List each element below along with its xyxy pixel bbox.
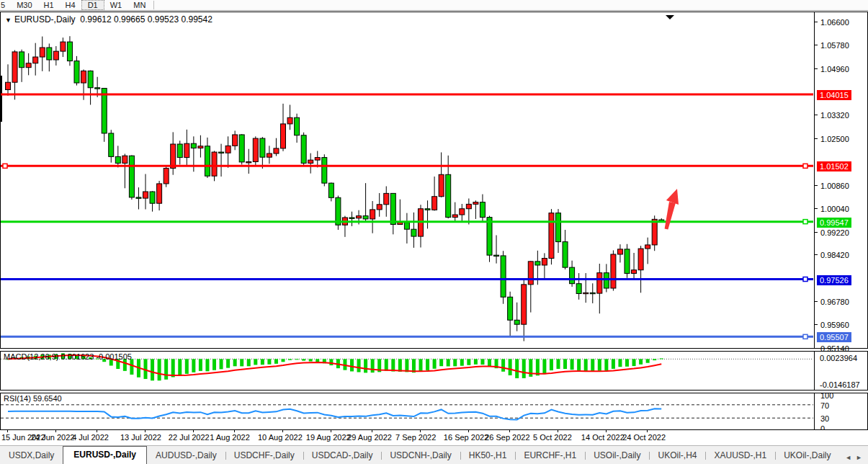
macd-histogram-bar: [233, 359, 237, 366]
macd-histogram-bar: [151, 359, 154, 380]
candle: [253, 136, 258, 166]
price-tick: 0.98420: [820, 251, 849, 259]
line-handle[interactable]: [803, 277, 807, 282]
symbol-tab-USDCHF-Daily[interactable]: USDCHF-,Daily: [225, 447, 303, 464]
macd-histogram-bar: [282, 359, 285, 362]
macd-histogram-bar: [247, 359, 251, 366]
candle: [590, 283, 595, 303]
candle: [480, 195, 485, 222]
chart-symbol: EURUSD-,Daily: [14, 14, 76, 24]
symbol-tab-EURCHF-H1[interactable]: EURCHF-,H1: [515, 447, 585, 464]
macd-histogram-bar: [453, 359, 457, 366]
symbol-tab-USDCNH-Daily[interactable]: USDCNH-,Daily: [381, 447, 460, 464]
candle: [239, 134, 244, 164]
line-handle[interactable]: [803, 220, 807, 224]
candle: [12, 50, 17, 100]
symbol-tab-USDCAD-Daily[interactable]: USDCAD-,Daily: [303, 447, 382, 464]
symbol-tab-HK50-H1[interactable]: HK50-,H1: [460, 447, 516, 464]
rsi-panel[interactable]: RSI(14) 59.6540 10070300: [0, 393, 868, 430]
date-tick: [558, 430, 558, 432]
symbol-tab-XAUUSD-H1[interactable]: XAUUSD-,H1: [705, 447, 775, 464]
timeframe-button-5[interactable]: 5: [0, 0, 11, 10]
candle: [487, 216, 492, 262]
price-line-label-0.99547: 0.99547: [817, 218, 851, 228]
macd-histogram-bar: [391, 359, 395, 371]
macd-histogram-bar: [158, 359, 161, 380]
price-tick-dash: [815, 208, 818, 209]
macd-histogram-bar: [171, 359, 175, 377]
symbol-tab-bar: USDX,DailyEURUSD-,DailyAUDUSD-,DailyUSDC…: [0, 445, 868, 464]
macd-histogram-bar: [474, 359, 478, 364]
trend-arrow-annotation[interactable]: [665, 189, 679, 230]
main-chart-panel[interactable]: ▼EURUSD-,Daily 0.99612 0.99665 0.99523 0…: [0, 12, 868, 349]
price-tick: 1.03320: [820, 111, 849, 120]
candle: [419, 205, 424, 247]
candle: [219, 144, 224, 177]
date-tick: [97, 430, 97, 432]
line-handle[interactable]: [803, 164, 807, 168]
candle: [370, 201, 375, 233]
timeframe-button-W1[interactable]: W1: [104, 0, 128, 10]
candle: [171, 132, 176, 174]
timeframe-button-H1[interactable]: H1: [38, 0, 60, 10]
date-tick: [372, 430, 372, 432]
price-tick-dash: [815, 138, 818, 139]
macd-histogram-bar: [632, 359, 636, 366]
candle: [556, 209, 561, 253]
rsi-label: RSI(14) 59.6540: [4, 394, 62, 403]
symbol-tab-UKOil-H4[interactable]: UKOil-,H4: [649, 447, 705, 464]
date-label: 14 Oct 2022: [581, 433, 625, 442]
symbol-tab-UKOil-Daily[interactable]: UKOil-,Daily: [775, 447, 839, 464]
symbol-tab-USOil-Daily[interactable]: USOil-,Daily: [585, 447, 649, 464]
line-handle[interactable]: [803, 334, 807, 339]
rsi-chart[interactable]: [1, 393, 813, 429]
candle: [514, 303, 519, 331]
tab-scroll-right-icon[interactable]: ►: [856, 454, 862, 461]
macd-histogram-bar: [240, 359, 243, 366]
ohlc-close: 0.99542: [181, 14, 212, 24]
macd-panel[interactable]: MACD(12,26,9) 0.001623 -0.001505 0.00239…: [0, 351, 868, 391]
candle: [157, 181, 162, 210]
date-axis: 15 Jun 202224 Jun 20224 Jul 202213 Jul 2…: [0, 430, 868, 445]
macd-histogram-bar: [557, 359, 560, 369]
candle: [26, 53, 31, 75]
timeframe-button-MN[interactable]: MN: [127, 0, 151, 10]
price-tick-dash: [815, 301, 818, 302]
chart-shift-marker-icon: [666, 15, 674, 19]
macd-histogram-bar: [164, 359, 168, 379]
price-tick-dash: [815, 45, 818, 45]
candlestick-chart[interactable]: [1, 12, 813, 348]
candle: [115, 146, 120, 167]
timeframe-toolbar: 5M30H1H4D1W1MN: [0, 0, 868, 11]
candle: [40, 37, 45, 71]
candle: [404, 213, 409, 244]
symbol-tab-AUDUSD-Daily[interactable]: AUDUSD-,Daily: [147, 447, 225, 464]
candle: [267, 146, 272, 164]
chart-caret-icon[interactable]: ▼: [5, 17, 12, 24]
price-tick-dash: [815, 185, 818, 186]
symbol-tab-EURUSD-Daily[interactable]: EURUSD-,Daily: [63, 446, 147, 464]
candle: [625, 244, 630, 278]
candle: [143, 174, 148, 210]
candle: [425, 200, 430, 228]
tab-scroll-left-icon[interactable]: ◄: [845, 454, 851, 461]
candle: [452, 202, 457, 222]
date-tick: [468, 430, 469, 432]
timeframe-button-H4[interactable]: H4: [60, 0, 81, 10]
date-tick: [145, 430, 146, 432]
macd-histogram-bar: [274, 359, 278, 364]
price-tick-dash: [815, 68, 818, 69]
candle: [494, 235, 499, 263]
macd-histogram-bar: [571, 359, 574, 370]
candle: [122, 153, 127, 188]
timeframe-button-M30[interactable]: M30: [11, 0, 37, 10]
price-tick-dash: [815, 348, 818, 349]
timeframe-button-D1[interactable]: D1: [81, 0, 104, 10]
macd-histogram-bar: [205, 359, 209, 371]
candle: [473, 200, 478, 219]
price-tick-dash: [815, 232, 818, 233]
line-handle[interactable]: [3, 164, 7, 168]
macd-histogram-bar: [226, 359, 230, 367]
candle: [136, 187, 141, 209]
symbol-tab-USDX-Daily[interactable]: USDX,Daily: [0, 447, 63, 464]
